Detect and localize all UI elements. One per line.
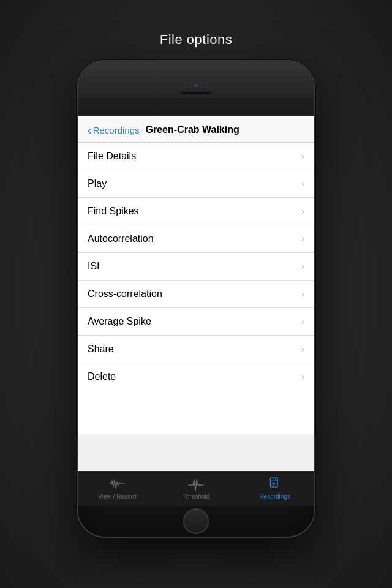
list-item-cross-correlation[interactable]: Cross-correlation› bbox=[78, 281, 314, 308]
chevron-right-icon: › bbox=[301, 178, 304, 189]
nav-back-button[interactable]: ‹ Recordings bbox=[88, 124, 140, 136]
list-item-label-file-details: File Details bbox=[88, 151, 136, 162]
tab-threshold[interactable]: Threshold bbox=[157, 477, 236, 500]
home-button-area bbox=[183, 506, 209, 537]
chevron-right-icon: › bbox=[301, 371, 304, 382]
list-item-label-play: Play bbox=[88, 178, 107, 189]
chevron-right-icon: › bbox=[301, 151, 304, 162]
list-item-isi[interactable]: ISI› bbox=[78, 253, 314, 281]
list-item-file-details[interactable]: File Details› bbox=[78, 143, 314, 170]
list-item-label-delete: Delete bbox=[88, 371, 116, 382]
nav-bar: ‹ Recordings Green-Crab Walking bbox=[78, 116, 314, 143]
chevron-right-icon: › bbox=[301, 288, 304, 300]
nav-screen-title: Green-Crab Walking bbox=[146, 124, 239, 135]
tab-bar: View / Record Threshold bbox=[78, 471, 314, 506]
threshold-icon bbox=[187, 477, 205, 491]
list-item-label-average-spike: Average Spike bbox=[88, 316, 151, 327]
list-item-label-find-spikes: Find Spikes bbox=[88, 206, 139, 217]
tab-recordings[interactable]: Recordings bbox=[235, 477, 314, 500]
chevron-right-icon: › bbox=[301, 261, 304, 272]
chevron-right-icon: › bbox=[301, 344, 304, 355]
chevron-right-icon: › bbox=[301, 316, 304, 327]
phone-mockup: ‹ Recordings Green-Crab Walking File Det… bbox=[77, 60, 315, 538]
phone-top-bezel bbox=[78, 61, 314, 116]
list-item-play[interactable]: Play› bbox=[78, 170, 314, 198]
list-item-label-cross-correlation: Cross-correlation bbox=[88, 288, 162, 300]
list-item-delete[interactable]: Delete› bbox=[78, 363, 314, 390]
phone-screen: ‹ Recordings Green-Crab Walking File Det… bbox=[78, 116, 314, 506]
list-item-average-spike[interactable]: Average Spike› bbox=[78, 308, 314, 336]
view-record-icon bbox=[108, 477, 126, 491]
list-spacer bbox=[78, 434, 314, 471]
home-button[interactable] bbox=[183, 508, 209, 534]
page-title: File options bbox=[160, 32, 233, 48]
tab-view-record[interactable]: View / Record bbox=[78, 477, 157, 500]
list-item-autocorrelation[interactable]: Autocorrelation› bbox=[78, 225, 314, 253]
tab-threshold-label: Threshold bbox=[183, 493, 209, 500]
list-item-label-isi: ISI bbox=[88, 261, 100, 272]
recordings-icon bbox=[266, 477, 284, 491]
list-item-label-autocorrelation: Autocorrelation bbox=[88, 233, 154, 244]
phone-speaker bbox=[181, 91, 211, 95]
list-item-share[interactable]: Share› bbox=[78, 336, 314, 363]
phone-camera bbox=[194, 83, 198, 88]
tab-recordings-label: Recordings bbox=[259, 493, 290, 500]
nav-back-label: Recordings bbox=[93, 125, 140, 135]
menu-list: File Details›Play›Find Spikes›Autocorrel… bbox=[78, 143, 314, 434]
list-item-label-share: Share bbox=[88, 344, 114, 355]
chevron-left-icon: ‹ bbox=[88, 124, 92, 136]
list-item-find-spikes[interactable]: Find Spikes› bbox=[78, 198, 314, 225]
tab-view-record-label: View / Record bbox=[98, 493, 136, 500]
chevron-right-icon: › bbox=[301, 206, 304, 217]
chevron-right-icon: › bbox=[301, 233, 304, 244]
